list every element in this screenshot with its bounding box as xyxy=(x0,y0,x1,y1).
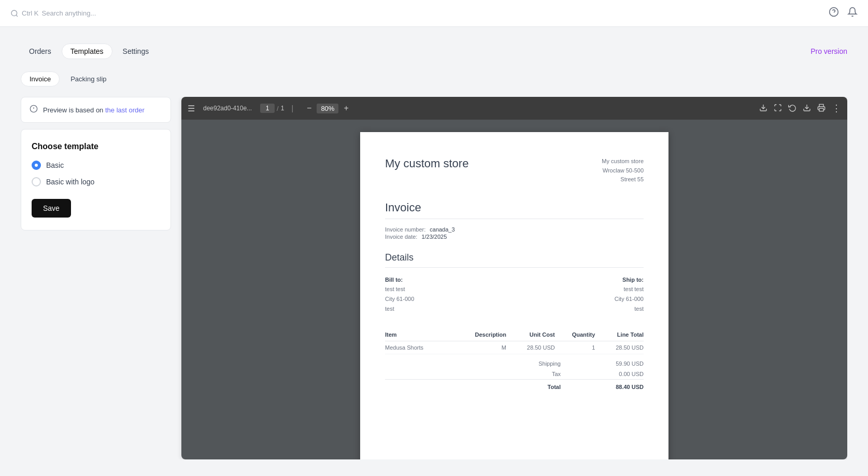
info-icon xyxy=(30,105,38,115)
preview-notice: Preview is based on the last order xyxy=(21,97,171,123)
total-row: Total 88.40 USD xyxy=(385,379,644,392)
totals-section: Shipping 59.90 USD Tax 0.00 USD Total 88… xyxy=(385,358,644,392)
content-row: Preview is based on the last order Choos… xyxy=(21,97,847,459)
ship-to-name: test test xyxy=(615,284,644,294)
pdf-menu-icon[interactable]: ☰ xyxy=(188,104,195,113)
notification-icon[interactable] xyxy=(847,7,858,20)
ship-to-country: test xyxy=(615,304,644,314)
tax-row: Tax 0.00 USD xyxy=(385,369,644,379)
pdf-page: My custom store My custom store Wroclaw … xyxy=(360,132,668,459)
pdf-download-icon[interactable] xyxy=(803,104,811,113)
table-cell-unit_cost: 28.50 USD xyxy=(506,341,555,354)
template-card: Choose template Basic Basic with logo Sa… xyxy=(21,129,171,230)
table-cell-quantity: 1 xyxy=(555,341,595,354)
details-addresses: Bill to: test test City 61-000 test Ship… xyxy=(385,275,644,314)
bill-to-block: Bill to: test test City 61-000 test xyxy=(385,275,414,314)
pdf-zoom-minus[interactable]: − xyxy=(305,104,314,113)
invoice-date-value: 1/23/2025 xyxy=(421,234,447,240)
bill-to-name: test test xyxy=(385,284,414,294)
svg-rect-9 xyxy=(819,108,823,111)
tab-templates[interactable]: Templates xyxy=(62,44,112,59)
items-table: Item Description Unit Cost Quantity Line… xyxy=(385,328,644,354)
sub-tabs: Invoice Packing slip xyxy=(21,71,847,86)
total-label: Total xyxy=(519,384,561,390)
tab-settings[interactable]: Settings xyxy=(115,44,158,59)
nav-tabs: Orders Templates Settings Pro version xyxy=(21,44,847,59)
invoice-number-value: canada_3 xyxy=(430,226,454,233)
store-address-line1: My custom store xyxy=(602,157,644,166)
store-header: My custom store My custom store Wroclaw … xyxy=(385,157,644,184)
invoice-number-label: Invoice number: xyxy=(385,226,425,233)
pdf-fullscreen-icon[interactable] xyxy=(774,104,782,113)
save-button[interactable]: Save xyxy=(32,199,71,218)
store-address: My custom store Wroclaw 50-500 Street 55 xyxy=(602,157,644,184)
sub-tab-invoice[interactable]: Invoice xyxy=(21,71,60,86)
pdf-print-icon[interactable] xyxy=(817,104,826,113)
pdf-more-icon[interactable]: ⋮ xyxy=(832,103,841,114)
search-shortcut: Ctrl K xyxy=(22,9,39,17)
table-cell-line_total: 28.50 USD xyxy=(595,341,644,354)
table-cell-item: Medusa Shorts xyxy=(385,341,452,354)
pdf-viewer: ☰ dee92ad0-410e... / 1 | − 80% + xyxy=(181,97,847,459)
svg-line-1 xyxy=(16,15,18,17)
left-panel: Preview is based on the last order Choos… xyxy=(21,97,171,459)
bill-to-country: test xyxy=(385,304,414,314)
shipping-row: Shipping 59.90 USD xyxy=(385,358,644,369)
pdf-separator: | xyxy=(291,104,293,112)
invoice-section-title: Invoice xyxy=(385,201,644,219)
pdf-page-info: / 1 xyxy=(260,104,284,113)
radio-basic-with-logo[interactable]: Basic with logo xyxy=(32,177,160,186)
bill-to-city: City 61-000 xyxy=(385,294,414,304)
bill-to-label: Bill to: xyxy=(385,277,403,283)
last-order-link[interactable]: the last order xyxy=(105,106,145,114)
pdf-save-icon[interactable] xyxy=(759,104,767,113)
pdf-history-icon[interactable] xyxy=(788,104,796,113)
radio-basic[interactable]: Basic xyxy=(32,161,160,170)
store-address-line3: Street 55 xyxy=(602,175,644,184)
col-item: Item xyxy=(385,328,452,341)
details-section-title: Details xyxy=(385,252,644,268)
tax-value: 0.00 USD xyxy=(602,371,644,377)
total-value: 88.40 USD xyxy=(602,384,644,390)
template-card-title: Choose template xyxy=(32,142,160,151)
svg-point-0 xyxy=(11,10,17,16)
pdf-page-input[interactable] xyxy=(260,104,275,113)
pdf-toolbar: ☰ dee92ad0-410e... / 1 | − 80% + xyxy=(181,97,847,120)
pdf-zoom-level: 80% xyxy=(317,104,338,113)
radio-basic-input[interactable] xyxy=(32,161,41,170)
pro-version-link[interactable]: Pro version xyxy=(810,47,847,55)
shipping-value: 59.90 USD xyxy=(602,360,644,367)
shipping-label: Shipping xyxy=(519,360,561,367)
ship-to-label: Ship to: xyxy=(622,277,644,283)
pdf-toolbar-right: ⋮ xyxy=(759,103,841,114)
pdf-zoom-area: − 80% + xyxy=(305,104,351,113)
col-description: Description xyxy=(452,328,506,341)
col-quantity: Quantity xyxy=(555,328,595,341)
pdf-page-total: 1 xyxy=(281,105,284,112)
topbar-right xyxy=(829,7,858,20)
radio-group: Basic Basic with logo xyxy=(32,161,160,186)
ship-to-block: Ship to: test test City 61-000 test xyxy=(615,275,644,314)
store-name-main: My custom store xyxy=(385,157,468,184)
invoice-number-row: Invoice number: canada_3 xyxy=(385,226,644,233)
invoice-date-label: Invoice date: xyxy=(385,234,417,240)
invoice-meta: Invoice number: canada_3 Invoice date: 1… xyxy=(385,226,644,240)
topbar: Ctrl K Search anything... xyxy=(0,0,868,27)
search-area[interactable]: Ctrl K Search anything... xyxy=(10,9,96,18)
radio-basic-with-logo-label: Basic with logo xyxy=(46,178,94,186)
pdf-zoom-plus[interactable]: + xyxy=(341,104,350,113)
radio-basic-label: Basic xyxy=(46,161,64,169)
search-placeholder: Search anything... xyxy=(42,9,96,17)
main-container: Orders Templates Settings Pro version In… xyxy=(0,27,868,476)
tax-label: Tax xyxy=(519,371,561,377)
help-icon[interactable] xyxy=(829,7,839,20)
radio-basic-with-logo-input[interactable] xyxy=(32,177,41,186)
preview-notice-text: Preview is based on the last order xyxy=(43,106,145,114)
sub-tab-packing-slip[interactable]: Packing slip xyxy=(62,71,115,86)
pdf-filename: dee92ad0-410e... xyxy=(203,105,252,112)
tab-orders[interactable]: Orders xyxy=(21,44,60,59)
col-line-total: Line Total xyxy=(595,328,644,341)
invoice-date-row: Invoice date: 1/23/2025 xyxy=(385,234,644,240)
search-icon xyxy=(10,9,19,18)
table-row: Medusa ShortsM28.50 USD128.50 USD xyxy=(385,341,644,354)
